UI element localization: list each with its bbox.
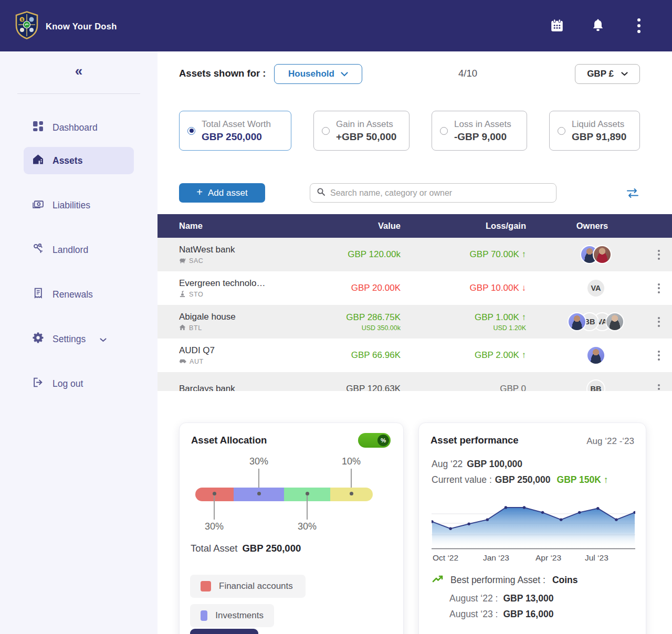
car-icon xyxy=(179,358,186,365)
total-asset-value: GBP 250,000 xyxy=(242,543,301,554)
allocation-callout: 30% xyxy=(296,495,319,532)
asset-name: Evergreen technolo… xyxy=(179,278,294,289)
legend-chip-clipped[interactable] xyxy=(190,629,258,634)
trend-up-icon xyxy=(432,574,444,586)
legend-chip-financial-accounts[interactable]: Financial accounts xyxy=(190,575,306,598)
asset-gain: GBP 1.00K ↑ xyxy=(420,312,526,323)
current-value-label: Current value : xyxy=(432,474,492,485)
assets-table: Name Value Loss/gain Owners NatWest bank… xyxy=(158,214,672,391)
sidebar-collapse-button[interactable]: « xyxy=(0,63,158,79)
best-performing-value: Coins xyxy=(552,575,578,586)
sidebar-item-settings[interactable]: Settings xyxy=(24,325,134,353)
row-menu-button[interactable] xyxy=(655,381,663,392)
table-row[interactable]: Evergreen technolo… STO GBP 20.00K GBP 1… xyxy=(158,271,672,305)
landlord-keys-icon xyxy=(33,243,44,257)
current-value: GBP 250,000 xyxy=(495,474,551,485)
main-content: Assets shown for : Household 4/10 GBP £ … xyxy=(158,51,672,634)
sidebar-item-renewals[interactable]: Renewals xyxy=(24,281,134,308)
stat-card-loss-in-assets[interactable]: Loss in Assets -GBP 9,000 xyxy=(432,111,527,151)
x-tick-label: Jan ‘23 xyxy=(483,553,509,563)
column-header-value: Value xyxy=(294,221,420,231)
stat-card-total-asset-worth[interactable]: Total Asset Worth GBP 250,000 xyxy=(179,111,291,151)
chevron-down-icon xyxy=(341,72,348,77)
search-input[interactable] xyxy=(330,188,550,198)
chevron-down-icon xyxy=(100,334,107,345)
bell-icon[interactable] xyxy=(590,18,606,34)
sidebar-item-liabilities[interactable]: Liabilities xyxy=(24,192,134,219)
asset-gain: GBP 2.00K ↑ xyxy=(420,350,546,361)
x-tick-label: Apr ‘23 xyxy=(536,553,561,563)
asset-gain: GBP 10.00K ↓ xyxy=(420,283,546,293)
piggy-bank-icon xyxy=(179,257,186,265)
svg-text:$: $ xyxy=(21,17,24,22)
avatar xyxy=(605,312,624,331)
history-value: GBP 16,000 xyxy=(503,609,553,619)
radio-icon[interactable] xyxy=(558,127,565,135)
dashboard-icon xyxy=(33,121,44,134)
performance-date-range: Aug ‘22 -‘23 xyxy=(586,436,634,447)
x-tick-label: Oct ‘22 xyxy=(433,553,458,563)
app-logo[interactable]: $ Know Your Dosh xyxy=(15,11,117,41)
stat-card-liquid-assets[interactable]: Liquid Assets GBP 91,890 xyxy=(549,111,640,151)
add-asset-button[interactable]: + Add asset xyxy=(179,183,265,203)
allocation-segment-label: 10% xyxy=(340,456,363,467)
radio-icon[interactable] xyxy=(322,127,330,135)
sidebar: « Dashboard Assets xyxy=(0,51,158,634)
sidebar-item-landlord[interactable]: Landlord xyxy=(24,236,134,263)
table-row[interactable]: Abigale house BTL GBP 286.75K USD 350.00… xyxy=(158,305,672,339)
owner-avatars: BB VA xyxy=(568,312,624,331)
percent-toggle[interactable]: % xyxy=(358,433,391,448)
sidebar-item-label: Settings xyxy=(52,334,86,345)
history-value: GBP 13,000 xyxy=(503,593,553,604)
row-menu-button[interactable] xyxy=(655,280,663,297)
row-menu-button[interactable] xyxy=(655,347,663,364)
stat-card-value: +GBP 50,000 xyxy=(336,131,396,143)
legend-swatch xyxy=(201,610,207,621)
scope-dropdown-value: Household xyxy=(288,69,334,79)
currency-dropdown-value: GBP £ xyxy=(587,69,614,79)
app-root: $ Know Your Dosh xyxy=(0,0,672,634)
table-row[interactable]: AUDI Q7 AUT GBP 66.96K GBP 2.00K ↑ xyxy=(158,339,672,372)
total-asset-line: Total AssetGBP 250,000 xyxy=(191,543,301,554)
sidebar-item-assets[interactable]: Assets xyxy=(24,147,134,174)
liabilities-cash-icon xyxy=(33,198,44,212)
owner-avatars: BB xyxy=(586,379,605,391)
history-label: August ‘22 : xyxy=(449,593,498,604)
asset-name: Barclays bank xyxy=(179,384,294,391)
start-label: Aug ‘22 xyxy=(432,459,463,469)
row-menu-button[interactable] xyxy=(655,247,663,263)
column-header-name: Name xyxy=(158,221,294,231)
plus-icon: + xyxy=(196,186,203,198)
table-row[interactable]: Barclays bank GBP 120.63K GBP 0 BB xyxy=(158,372,672,391)
radio-icon[interactable] xyxy=(440,127,448,135)
legend-chip-investments[interactable]: Investments xyxy=(190,604,274,627)
avatar-initials: VA xyxy=(586,279,605,298)
kebab-menu-icon[interactable] xyxy=(631,18,647,34)
sidebar-item-dashboard[interactable]: Dashboard xyxy=(24,114,134,141)
stat-card-gain-in-assets[interactable]: Gain in Assets +GBP 50,000 xyxy=(313,111,410,151)
asset-name: AUDI Q7 xyxy=(179,345,294,356)
legend-label: Investments xyxy=(215,610,264,621)
radio-selected-icon[interactable] xyxy=(187,127,195,135)
total-asset-label: Total Asset xyxy=(191,543,237,554)
search-bar[interactable] xyxy=(310,183,556,203)
history-label: August ‘23 : xyxy=(449,609,498,619)
avatar xyxy=(568,312,586,331)
table-row[interactable]: NatWest bank SAC GBP 120.00k GBP 70.00K … xyxy=(158,238,672,271)
currency-dropdown[interactable]: GBP £ xyxy=(575,64,640,84)
chevron-down-icon xyxy=(621,72,628,76)
stat-card-label: Gain in Assets xyxy=(336,119,396,130)
sidebar-item-logout[interactable]: Log out xyxy=(24,370,134,397)
allocation-segment-label: 30% xyxy=(296,521,319,532)
asset-name: Abigale house xyxy=(179,312,294,322)
best-performing-label: Best performing Asset : xyxy=(450,575,545,586)
calendar-icon[interactable] xyxy=(549,18,565,34)
row-menu-button[interactable] xyxy=(655,314,663,330)
filter-sliders-icon[interactable] xyxy=(625,186,640,200)
sidebar-item-label: Dashboard xyxy=(52,122,98,133)
performance-current-line: Current value :GBP 250,000GBP 150K ↑ xyxy=(432,474,608,485)
scope-dropdown[interactable]: Household xyxy=(274,64,362,84)
asset-allocation-title: Asset Allocation xyxy=(191,435,267,446)
performance-x-axis: Oct ‘22 Jan ‘23 Apr ‘23 Jul ‘23 xyxy=(432,553,635,564)
asset-category: AUT xyxy=(190,358,204,365)
